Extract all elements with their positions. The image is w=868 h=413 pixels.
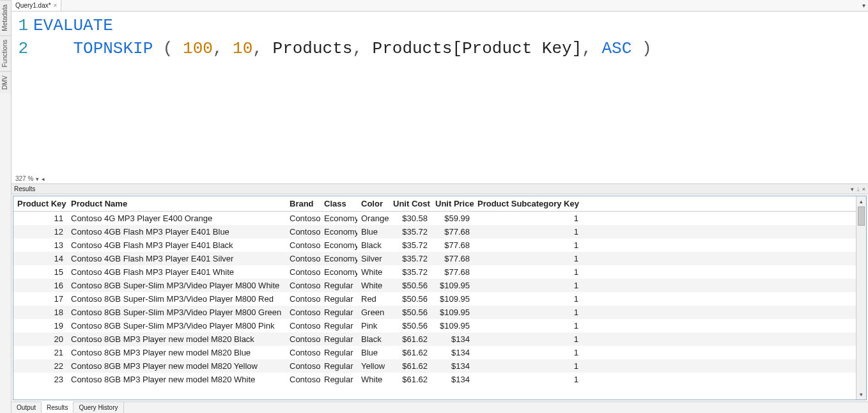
table-row[interactable]: 14Contoso 4GB Flash MP3 Player E401 Silv…: [13, 252, 866, 265]
bottom-tab-query-history[interactable]: Query History: [74, 402, 123, 413]
cell-pk: 11: [13, 212, 67, 226]
close-icon[interactable]: ×: [54, 2, 58, 9]
column-header-cost[interactable]: Unit Cost: [389, 196, 431, 212]
bottom-tab-results[interactable]: Results: [42, 401, 74, 413]
document-tab[interactable]: Query1.dax* ×: [12, 0, 61, 11]
column-header-pk[interactable]: Product Key: [13, 196, 67, 212]
table-row[interactable]: 21Contoso 8GB MP3 Player new model M820 …: [13, 346, 866, 359]
cell-psk: 1: [474, 212, 582, 226]
results-grid[interactable]: Product KeyProduct NameBrandClassColorUn…: [13, 196, 866, 386]
cell-cost: $30.58: [389, 212, 431, 226]
column-header-brand[interactable]: Brand: [286, 196, 320, 212]
cell-name: Contoso 4GB Flash MP3 Player E401 Black: [67, 238, 286, 252]
code-token: [223, 39, 233, 58]
panel-pin-icon[interactable]: ⟂: [856, 186, 860, 192]
cell-class: Regular: [320, 292, 357, 306]
side-tab-metadata[interactable]: Metadata: [0, 0, 11, 35]
table-row[interactable]: 18Contoso 8GB Super-Slim MP3/Video Playe…: [13, 306, 866, 319]
cell-name: Contoso 4GB Flash MP3 Player E401 Blue: [67, 225, 286, 238]
column-header-price[interactable]: Unit Price: [431, 196, 474, 212]
cell-class: Regular: [320, 373, 357, 386]
cell-brand: Contoso: [286, 359, 320, 373]
code-token: ): [642, 39, 652, 58]
cell-cost: $35.72: [389, 238, 431, 252]
cell-name: Contoso 8GB MP3 Player new model M820 Bl…: [67, 346, 286, 359]
results-vertical-scrollbar[interactable]: ▴ ▾: [856, 196, 866, 400]
cell-color: White: [357, 373, 389, 386]
cell-class: Regular: [320, 319, 357, 332]
cell-pk: 13: [13, 238, 67, 252]
scroll-down-icon[interactable]: ▾: [856, 389, 866, 400]
panel-dropdown-icon[interactable]: ▾: [851, 186, 854, 192]
cell-price: $134: [431, 332, 474, 346]
bottom-tab-strip: OutputResultsQuery History: [12, 401, 868, 413]
cell-cost: $35.72: [389, 252, 431, 265]
document-tab-title: Query1.dax*: [15, 2, 51, 9]
code-line[interactable]: EVALUATE: [33, 14, 868, 37]
table-row[interactable]: 13Contoso 4GB Flash MP3 Player E401 Blac…: [13, 238, 866, 252]
cell-pk: 17: [13, 292, 67, 306]
table-row[interactable]: 17Contoso 8GB Super-Slim MP3/Video Playe…: [13, 292, 866, 306]
scroll-up-icon[interactable]: ▴: [856, 196, 866, 207]
cell-class: Regular: [320, 346, 357, 359]
column-header-psk[interactable]: Product Subcategory Key: [474, 196, 582, 212]
code-token: 100: [183, 39, 213, 58]
code-token: TOPNSKIP: [73, 39, 153, 58]
code-token: ,: [352, 39, 362, 58]
code-editor[interactable]: 1EVALUATE2 TOPNSKIP ( 100, 10, Products,…: [12, 12, 868, 184]
cell-class: Regular: [320, 359, 357, 373]
cell-color: Pink: [357, 319, 389, 332]
code-token: ASC: [601, 39, 632, 58]
code-token: ,: [213, 39, 223, 58]
table-row[interactable]: 23Contoso 8GB MP3 Player new model M820 …: [13, 373, 866, 386]
scrollbar-thumb[interactable]: [858, 207, 865, 226]
side-tab-dmv[interactable]: DMV: [0, 71, 11, 93]
cell-cost: $50.56: [389, 306, 431, 319]
cell-cost: $50.56: [389, 279, 431, 292]
cell-color: Black: [357, 238, 389, 252]
cell-pk: 16: [13, 279, 67, 292]
side-tab-functions[interactable]: Functions: [0, 35, 11, 71]
cell-psk: 1: [474, 346, 582, 359]
zoom-left-icon[interactable]: ◂: [42, 176, 45, 182]
tabstrip-dropdown-icon[interactable]: ▾: [859, 0, 868, 11]
cell-brand: Contoso: [286, 292, 320, 306]
table-row[interactable]: 20Contoso 8GB MP3 Player new model M820 …: [13, 332, 866, 346]
column-header-color[interactable]: Color: [357, 196, 389, 212]
cell-name: Contoso 8GB Super-Slim MP3/Video Player …: [67, 319, 286, 332]
table-row[interactable]: 15Contoso 4GB Flash MP3 Player E401 Whit…: [13, 265, 866, 279]
cell-psk: 1: [474, 265, 582, 279]
cell-pk: 20: [13, 332, 67, 346]
cell-psk: 1: [474, 332, 582, 346]
cell-price: $59.99: [431, 212, 474, 226]
cell-psk: 1: [474, 279, 582, 292]
code-token: (: [163, 39, 173, 58]
table-row[interactable]: 11Contoso 4G MP3 Player E400 OrangeConto…: [13, 212, 866, 226]
table-row[interactable]: 16Contoso 8GB Super-Slim MP3/Video Playe…: [13, 279, 866, 292]
cell-price: $109.95: [431, 306, 474, 319]
results-panel-title: Results: [14, 185, 35, 192]
line-number: 1: [12, 14, 33, 37]
panel-close-icon[interactable]: ×: [862, 186, 865, 192]
cell-color: Green: [357, 306, 389, 319]
code-token: 10: [233, 39, 252, 58]
cell-cost: $61.62: [389, 373, 431, 386]
code-line[interactable]: TOPNSKIP ( 100, 10, Products, Products[P…: [33, 37, 868, 60]
table-row[interactable]: 19Contoso 8GB Super-Slim MP3/Video Playe…: [13, 319, 866, 332]
cell-price: $109.95: [431, 292, 474, 306]
table-row[interactable]: 12Contoso 4GB Flash MP3 Player E401 Blue…: [13, 225, 866, 238]
cell-cost: $35.72: [389, 265, 431, 279]
cell-name: Contoso 8GB Super-Slim MP3/Video Player …: [67, 292, 286, 306]
cell-color: Black: [357, 332, 389, 346]
column-header-name[interactable]: Product Name: [67, 196, 286, 212]
cell-cost: $50.56: [389, 292, 431, 306]
table-row[interactable]: 22Contoso 8GB MP3 Player new model M820 …: [13, 359, 866, 373]
zoom-indicator: 327 % ▾ ◂: [12, 174, 49, 183]
zoom-dropdown-icon[interactable]: ▾: [36, 176, 39, 182]
cell-color: Yellow: [357, 359, 389, 373]
code-token: [153, 39, 163, 58]
column-header-class[interactable]: Class: [320, 196, 357, 212]
cell-psk: 1: [474, 373, 582, 386]
zoom-value: 327 %: [15, 175, 33, 182]
bottom-tab-output[interactable]: Output: [12, 402, 42, 413]
